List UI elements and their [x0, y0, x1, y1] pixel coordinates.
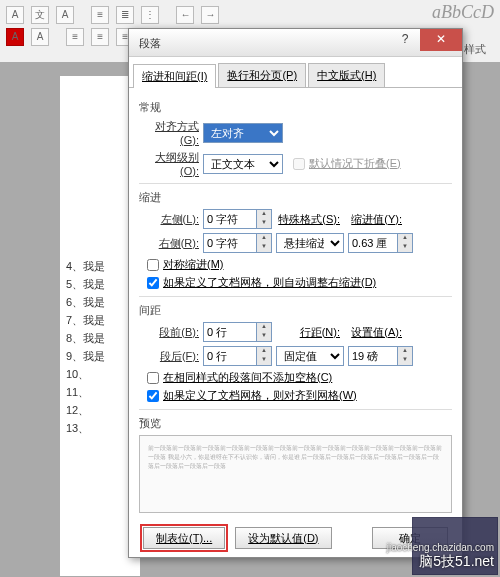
auto-adjust-indent-checkbox[interactable] [147, 277, 159, 289]
spinner-icon[interactable]: ▲▼ [257, 346, 272, 366]
section-preview: 预览 [139, 416, 452, 431]
paragraph-dialog: 段落 ? ✕ 缩进和间距(I) 换行和分页(P) 中文版式(H) 常规 对齐方式… [128, 28, 463, 558]
list-item: 9、我是 [66, 349, 134, 364]
highlight-icon[interactable]: A [31, 28, 49, 46]
section-indent: 缩进 [139, 190, 452, 205]
preview-box: 前一段落前一段落前一段落前一段落前一段落前一段落前一段落前一段落前一段落前一段落… [139, 435, 452, 513]
paste-icon[interactable]: A [6, 6, 24, 24]
no-space-same-style-label: 在相同样式的段落间不添加空格(C) [163, 370, 332, 385]
mirror-indent-checkbox[interactable] [147, 259, 159, 271]
outline-label: 大纲级别(O): [139, 150, 199, 177]
line-spacing-select[interactable]: 固定值 [276, 346, 344, 366]
space-after-input[interactable] [203, 346, 257, 366]
indent-by-input[interactable] [348, 233, 398, 253]
multilevel-icon[interactable]: ⋮ [141, 6, 159, 24]
ruby-icon[interactable]: A [56, 6, 74, 24]
spinner-icon[interactable]: ▲▼ [257, 322, 272, 342]
bullets-icon[interactable]: ≡ [91, 6, 109, 24]
watermark-url: jiaocheng.chazidan.com [387, 542, 494, 553]
collapse-label: 默认情况下折叠(E) [309, 156, 401, 171]
list-item: 11、 [66, 385, 134, 400]
list-item: 13、 [66, 421, 134, 436]
align-left-icon[interactable]: ≡ [66, 28, 84, 46]
special-format-label: 特殊格式(S): [276, 212, 340, 227]
spinner-icon[interactable]: ▲▼ [398, 346, 413, 366]
spinner-icon[interactable]: ▲▼ [398, 233, 413, 253]
snap-to-grid-label: 如果定义了文档网格，则对齐到网格(W) [163, 388, 357, 403]
style-sample: aBbCcD [432, 2, 494, 23]
list-item: 8、我是 [66, 331, 134, 346]
indent-left-input[interactable] [203, 209, 257, 229]
space-before-input[interactable] [203, 322, 257, 342]
tab-line-page-breaks[interactable]: 换行和分页(P) [218, 63, 306, 87]
indent-left-label: 左侧(L): [139, 212, 199, 227]
indent-by-label: 缩进值(Y): [344, 212, 402, 227]
font-color-icon[interactable]: A [6, 28, 24, 46]
spinner-icon[interactable]: ▲▼ [257, 209, 272, 229]
align-center-icon[interactable]: ≡ [91, 28, 109, 46]
spinner-icon[interactable]: ▲▼ [257, 233, 272, 253]
increase-indent-icon[interactable]: → [201, 6, 219, 24]
styles-label: 样式 [464, 42, 486, 57]
outline-select[interactable]: 正文文本 [203, 154, 283, 174]
no-space-same-style-checkbox[interactable] [147, 372, 159, 384]
tab-indent-spacing[interactable]: 缩进和间距(I) [133, 64, 216, 88]
space-before-label: 段前(B): [139, 325, 199, 340]
alignment-label: 对齐方式(G): [139, 119, 199, 146]
dialog-title: 段落 [139, 37, 161, 49]
indent-right-input[interactable] [203, 233, 257, 253]
section-spacing: 间距 [139, 303, 452, 318]
set-default-button[interactable]: 设为默认值(D) [235, 527, 331, 549]
list-item: 12、 [66, 403, 134, 418]
list-item: 7、我是 [66, 313, 134, 328]
alignment-select[interactable]: 左对齐 [203, 123, 283, 143]
collapse-checkbox [293, 158, 305, 170]
list-item: 6、我是 [66, 295, 134, 310]
tab-strip: 缩进和间距(I) 换行和分页(P) 中文版式(H) [129, 57, 462, 88]
numbering-icon[interactable]: ≣ [116, 6, 134, 24]
section-general: 常规 [139, 100, 452, 115]
dialog-title-bar[interactable]: 段落 ? ✕ [129, 29, 462, 57]
font-icon[interactable]: 文 [31, 6, 49, 24]
space-after-label: 段后(F): [139, 349, 199, 364]
close-icon[interactable]: ✕ [420, 29, 462, 51]
tabs-button[interactable]: 制表位(T)... [143, 527, 225, 549]
list-item: 5、我是 [66, 277, 134, 292]
line-spacing-label: 行距(N): [276, 325, 340, 340]
tab-asian-typography[interactable]: 中文版式(H) [308, 63, 385, 87]
help-icon[interactable]: ? [390, 29, 420, 51]
mirror-indent-label: 对称缩进(M) [163, 257, 224, 272]
auto-adjust-indent-label: 如果定义了文档网格，则自动调整右缩进(D) [163, 275, 376, 290]
at-input[interactable] [348, 346, 398, 366]
special-format-select[interactable]: 悬挂缩进 [276, 233, 344, 253]
snap-to-grid-checkbox[interactable] [147, 390, 159, 402]
list-item: 10、 [66, 367, 134, 382]
indent-right-label: 右侧(R): [139, 236, 199, 251]
decrease-indent-icon[interactable]: ← [176, 6, 194, 24]
list-item: 4、我是 [66, 259, 134, 274]
at-label: 设置值(A): [344, 325, 402, 340]
watermark-text: 脑5技51.net [419, 553, 494, 571]
